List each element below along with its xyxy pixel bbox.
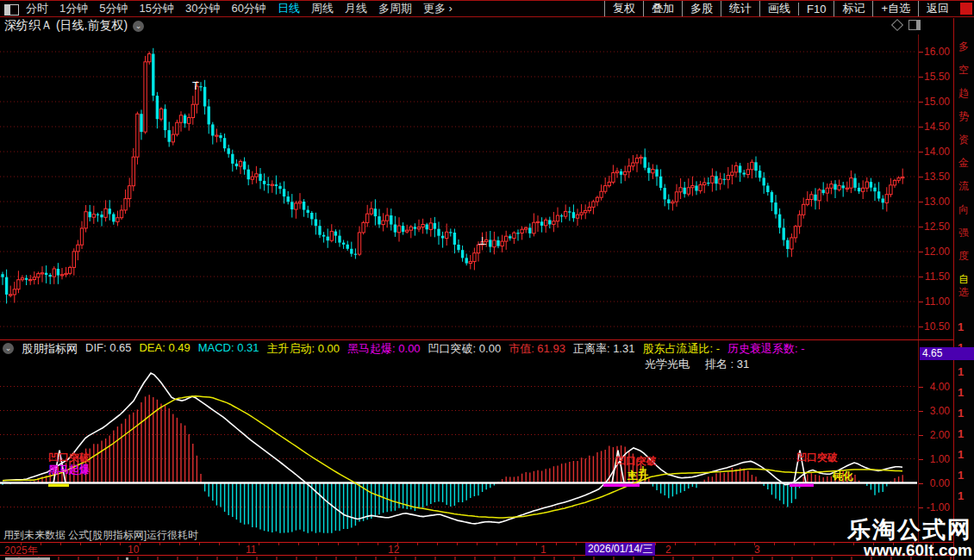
status-bar: 用到未来数据 公式[股朋指标网]运行很耗时 <box>3 528 198 543</box>
panel-icon[interactable] <box>908 20 921 30</box>
price-axis-label: 12.00 <box>921 246 950 258</box>
right-strip-menu-item[interactable]: 向 <box>958 204 971 215</box>
toolbar-button-返回[interactable]: 返回 <box>918 1 957 16</box>
right-strip-quote-digit[interactable]: 1 <box>958 320 964 333</box>
indicator-header: ⌄ 股朋指标网 DIF: 0.65DEA: 0.49MACD: 0.31主升启动… <box>3 342 805 355</box>
date-axis-tick <box>100 543 101 545</box>
price-axis-label: 12.50 <box>921 221 950 233</box>
date-axis-tick <box>318 543 319 545</box>
right-strip-quote-digit[interactable]: 1 <box>958 407 964 420</box>
indicator-field: DIF: 0.65 <box>85 341 131 357</box>
clipped-bottom-row <box>0 557 953 560</box>
right-strip-menu-item[interactable]: 度 <box>958 251 971 261</box>
date-axis-tick <box>516 543 517 545</box>
right-strip-quote-digit[interactable]: 1 <box>958 427 964 440</box>
period-tab-月线[interactable]: 月线 <box>345 1 367 16</box>
period-tab-更多 ›[interactable]: 更多 › <box>423 1 453 16</box>
toolbar-button-F10[interactable]: F10 <box>798 3 834 16</box>
right-strip-menu-item[interactable]: 选 <box>958 287 971 297</box>
right-strip-menu-item[interactable]: 强 <box>958 227 971 238</box>
watermark-url: www.60lt.com <box>847 542 972 559</box>
right-strip-menu-item[interactable]: 金 <box>958 158 971 168</box>
date-axis-tick <box>437 543 438 545</box>
right-strip-menu-item[interactable]: 空 <box>958 65 971 75</box>
period-tab-分时[interactable]: 分时 <box>26 1 48 16</box>
price-axis-label: 15.00 <box>921 96 950 108</box>
right-strip-favorites-tab[interactable]: 自 <box>958 274 971 284</box>
signal-label: 黑马起爆 <box>48 463 90 477</box>
right-strip-quote-digit[interactable]: 1 <box>958 365 964 378</box>
toolbar-button-标记[interactable]: 标记 <box>834 1 872 16</box>
right-strip-menu-item[interactable]: 流 <box>958 181 971 191</box>
date-axis-tick <box>140 543 140 545</box>
date-axis-tick <box>60 543 61 545</box>
toolbar-button-画线[interactable]: 画线 <box>759 1 798 16</box>
diamond-icon[interactable] <box>891 19 903 31</box>
period-tab-5分钟[interactable]: 5分钟 <box>99 1 128 16</box>
right-strip-menu-item[interactable]: 趋 <box>958 88 971 98</box>
indicator-field: 黑马起爆: 0.00 <box>347 341 421 357</box>
right-strip-quote-digit[interactable]: 1 <box>958 469 964 482</box>
layout-split-icon[interactable] <box>4 4 19 16</box>
month-label: 1 <box>540 544 546 556</box>
right-strip-menu-item[interactable]: 势 <box>958 111 971 121</box>
period-tabs: 分时1分钟5分钟15分钟30分钟60分钟日线周线月线多周期更多 › <box>26 1 453 16</box>
indicator-axis-label: 0.00 <box>921 477 950 489</box>
app-window: 分时1分钟5分钟15分钟30分钟60分钟日线周线月线多周期更多 › 复权叠加多股… <box>0 0 974 560</box>
month-label: 12 <box>388 544 399 556</box>
period-tab-周线[interactable]: 周线 <box>311 1 334 16</box>
right-strip-menu-item[interactable]: 资 <box>958 134 971 145</box>
date-axis-tick <box>358 543 359 545</box>
price-axis-label: 11.00 <box>921 296 950 308</box>
date-axis-tick <box>259 543 259 545</box>
title-row: 深纺织Ａ (日线.前复权) ⌄ <box>4 19 144 33</box>
collapse-indicator-icon[interactable]: ⌄ <box>3 343 14 354</box>
price-axis-label: 15.50 <box>921 71 950 83</box>
period-tab-1分钟[interactable]: 1分钟 <box>59 1 88 16</box>
indicator-values: DIF: 0.65DEA: 0.49MACD: 0.31主升启动: 0.00黑马… <box>85 341 805 357</box>
indicator-name[interactable]: 股朋指标网 <box>22 341 78 357</box>
watermark-name: 乐淘公式网 <box>847 518 972 542</box>
indicator-field: 市值: 61.93 <box>509 341 565 357</box>
indicator-axis-label: 2.00 <box>921 429 950 441</box>
right-strip-quote-digit[interactable]: 1 <box>958 386 964 399</box>
price-axis-label: 16.00 <box>921 46 950 58</box>
rank-label: 排名 : 31 <box>705 357 749 372</box>
month-label: 2 <box>665 544 671 556</box>
indicator-field: 历史衰退系数: - <box>727 341 805 357</box>
date-axis-tick <box>457 543 458 545</box>
right-strip-menu-item[interactable]: 多 <box>958 41 971 52</box>
macd-indicator-chart[interactable] <box>0 340 919 538</box>
top-toolbar: 分时1分钟5分钟15分钟30分钟60分钟日线周线月线多周期更多 › 复权叠加多股… <box>0 0 974 17</box>
indicator-field: DEA: 0.49 <box>139 341 190 357</box>
date-axis-tick <box>219 543 220 545</box>
month-label: 3 <box>754 544 760 556</box>
chevron-down-icon[interactable]: ⌄ <box>133 21 144 32</box>
period-tab-多周期[interactable]: 多周期 <box>378 1 412 16</box>
chart-corner-icons <box>893 20 921 30</box>
period-tab-日线[interactable]: 日线 <box>278 1 300 16</box>
date-axis-tick <box>556 543 557 545</box>
date-axis-tick <box>477 543 478 545</box>
date-axis-tick <box>41 543 41 545</box>
toolbar-button-+自选[interactable]: +自选 <box>872 1 918 16</box>
toolbar-button-复权[interactable]: 复权 <box>604 1 643 16</box>
date-axis-tick <box>675 543 676 545</box>
toolbar-button-多股[interactable]: 多股 <box>682 1 721 16</box>
month-label: 10 <box>128 544 139 556</box>
date-axis-tick <box>496 543 497 545</box>
right-strip-quote-digit[interactable]: 1 <box>958 489 964 502</box>
period-tab-15分钟[interactable]: 15分钟 <box>139 1 173 16</box>
date-axis-tick <box>536 543 537 545</box>
period-tab-60分钟[interactable]: 60分钟 <box>231 1 265 16</box>
period-tab-30分钟[interactable]: 30分钟 <box>185 1 220 16</box>
toolbar-button-统计[interactable]: 统计 <box>721 1 759 16</box>
indicator-max-badge: 4.65 <box>920 347 974 360</box>
main-candlestick-chart[interactable] <box>0 34 919 341</box>
toolbar-button-叠加[interactable]: 叠加 <box>643 1 682 16</box>
toolbar-actions: 复权叠加多股统计画线F10标记+自选返回 <box>604 1 957 16</box>
right-strip-quote-digit[interactable]: 1 <box>958 448 964 461</box>
year-label: 2025年 <box>4 544 38 558</box>
candle-marker-label: T <box>192 79 199 92</box>
indicator-axis-label: -1.00 <box>921 501 950 513</box>
